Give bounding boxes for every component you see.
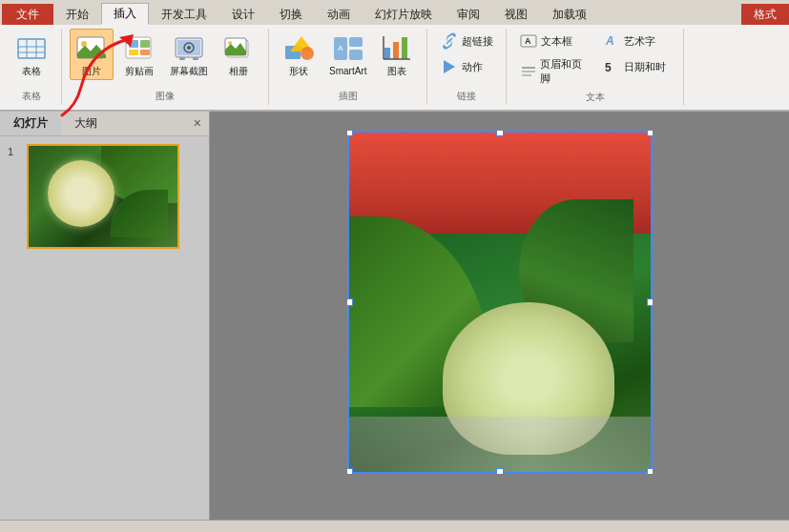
tab-slideshow[interactable]: 幻灯片放映 — [363, 4, 445, 25]
handle-tr[interactable] — [647, 131, 653, 136]
album-button[interactable]: 相册 — [217, 29, 260, 80]
svg-marker-34 — [444, 60, 455, 73]
selection-border — [347, 131, 653, 474]
flower-center — [48, 160, 114, 227]
svg-rect-9 — [140, 40, 150, 48]
wordart-icon: A — [602, 31, 621, 51]
slide-panel-tabs: 幻灯片 大纲 × — [0, 112, 209, 136]
handle-ml[interactable] — [347, 298, 353, 306]
tab-slides[interactable]: 幻灯片 — [0, 112, 61, 135]
ribbon-group-text: A 文本框 — [507, 29, 684, 106]
wordart-label: 艺术字 — [624, 34, 655, 49]
handle-mr[interactable] — [647, 298, 653, 306]
ribbon-group-tables: 表格 表格 — [2, 29, 62, 105]
slide-canvas[interactable] — [347, 131, 653, 474]
screenshot-icon — [172, 31, 206, 66]
images-group-label: 图像 — [156, 88, 175, 103]
ribbon-group-items: 表格 — [10, 29, 53, 88]
svg-rect-29 — [393, 42, 399, 59]
table-label: 表格 — [22, 66, 41, 77]
tab-file[interactable]: 文件 — [2, 4, 53, 25]
ribbon-group-items: A 文本框 — [514, 29, 675, 89]
svg-rect-16 — [179, 57, 185, 60]
textbox-button[interactable]: A 文本框 — [514, 29, 593, 53]
table-icon — [14, 31, 49, 66]
slide-thumb[interactable] — [27, 144, 179, 249]
tab-outline[interactable]: 大纲 — [61, 112, 111, 135]
svg-text:A: A — [525, 36, 531, 46]
date-button[interactable]: 5 日期和时 — [597, 54, 676, 79]
ribbon-group-items: 形状 A SmartArt — [277, 29, 419, 88]
links-vert: 超链接 动作 — [435, 29, 498, 79]
tab-animate[interactable]: 动画 — [315, 4, 363, 25]
header-icon — [519, 62, 537, 81]
canvas-area — [210, 112, 789, 520]
svg-rect-8 — [129, 40, 138, 48]
ribbon-group-images: 图片 剪贴画 — [62, 29, 269, 105]
handle-tl[interactable] — [347, 131, 353, 136]
tab-addins[interactable]: 加载项 — [540, 4, 599, 25]
slide-number: 1 — [8, 144, 21, 157]
smartart-button[interactable]: A SmartArt — [324, 29, 371, 80]
chart-label: 图表 — [387, 66, 406, 77]
tab-insert[interactable]: 插入 — [101, 3, 149, 25]
handle-bl[interactable] — [347, 468, 353, 474]
slide-list: 1 — [0, 136, 209, 520]
chart-button[interactable]: 图表 — [375, 29, 419, 80]
tab-home[interactable]: 开始 — [53, 4, 101, 25]
date-label: 日期和时 — [624, 60, 666, 74]
tab-design[interactable]: 设计 — [219, 4, 267, 25]
header-button[interactable]: 页眉和页脚 — [514, 54, 593, 89]
svg-rect-30 — [402, 37, 407, 59]
tab-devtools[interactable]: 开发工具 — [149, 4, 219, 25]
svg-rect-26 — [349, 50, 363, 60]
screenshot-button[interactable]: 屏幕截图 — [165, 29, 213, 80]
tables-group-label: 表格 — [22, 88, 41, 103]
svg-rect-17 — [193, 57, 198, 60]
svg-rect-25 — [349, 37, 363, 47]
wordart-button[interactable]: A 艺术字 — [597, 29, 676, 53]
status-bar — [0, 520, 789, 532]
svg-text:A: A — [338, 44, 343, 52]
album-label: 相册 — [229, 66, 248, 77]
shapes-button[interactable]: 形状 — [277, 29, 321, 80]
table-button[interactable]: 表格 — [10, 29, 53, 80]
action-button[interactable]: 动作 — [435, 54, 498, 79]
tab-view[interactable]: 视图 — [492, 4, 540, 25]
slide-item[interactable]: 1 — [8, 144, 201, 249]
ribbon-content: 表格 表格 — [0, 25, 789, 111]
smartart-label: SmartArt — [329, 66, 366, 77]
image-button[interactable]: 图片 — [70, 29, 114, 80]
action-icon — [440, 57, 459, 76]
screenshot-label: 屏幕截图 — [170, 66, 208, 77]
textbox-icon: A — [519, 31, 538, 51]
ribbon: 文件 开始 插入 开发工具 设计 切换 动画 幻灯片放映 — [0, 0, 789, 112]
svg-rect-0 — [18, 39, 45, 58]
insert-group-label: 插图 — [339, 88, 358, 103]
textbox-label: 文本框 — [541, 34, 572, 49]
svg-point-6 — [81, 41, 87, 47]
handle-bm[interactable] — [496, 468, 504, 474]
svg-text:A: A — [605, 34, 614, 48]
image-icon — [74, 31, 109, 66]
ribbon-group-links: 超链接 动作 链接 — [427, 29, 507, 105]
action-label: 动作 — [462, 60, 483, 74]
clip-icon — [122, 31, 156, 66]
date-icon: 5 — [602, 57, 621, 76]
tab-review[interactable]: 审阅 — [445, 4, 492, 25]
smartart-icon: A — [331, 31, 365, 66]
album-icon — [221, 31, 256, 66]
clip-button[interactable]: 剪贴画 — [117, 29, 161, 80]
shapes-icon — [281, 31, 316, 66]
close-panel-button[interactable]: × — [186, 112, 209, 135]
links-group-label: 链接 — [457, 88, 476, 103]
text-vert2: A 艺术字 5 日期和时 — [597, 29, 676, 79]
svg-text:5: 5 — [605, 61, 612, 74]
handle-br[interactable] — [647, 468, 653, 474]
handle-tm[interactable] — [496, 131, 504, 136]
hyperlink-button[interactable]: 超链接 — [435, 29, 498, 53]
svg-rect-11 — [140, 50, 150, 55]
tab-switch[interactable]: 切换 — [267, 4, 315, 25]
hyperlink-icon — [440, 31, 459, 51]
tab-format[interactable]: 格式 — [741, 4, 789, 25]
